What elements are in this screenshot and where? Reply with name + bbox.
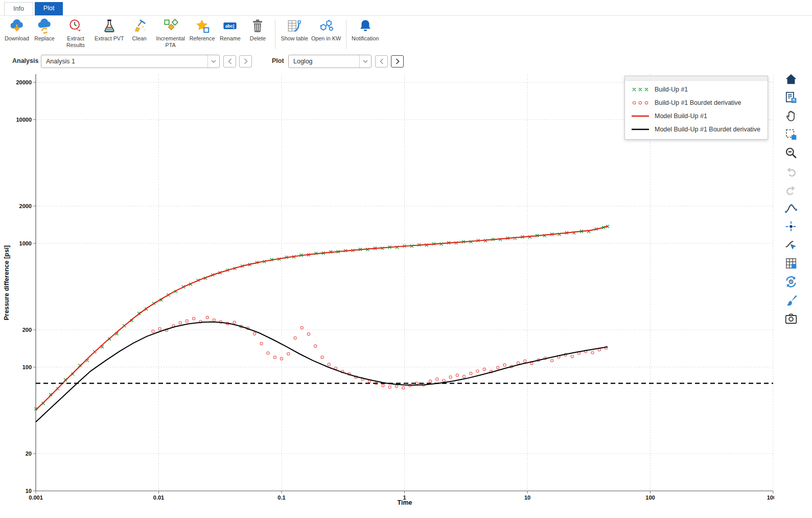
incremental-pta-button[interactable]: Incremental PTA (153, 18, 188, 49)
plot-next-button[interactable] (391, 55, 404, 67)
svg-text:10: 10 (524, 494, 530, 501)
extract-results-icon (60, 18, 91, 35)
rename-abc-icon: abc| (218, 18, 242, 35)
toolbar-button-label: Delete (245, 35, 270, 42)
notification-button[interactable]: Notification (350, 18, 380, 42)
crosshair-button[interactable] (783, 220, 799, 235)
snapshot-button[interactable] (783, 312, 799, 327)
pan-button[interactable] (783, 109, 799, 125)
analysis-prev-button[interactable] (223, 55, 236, 67)
svg-text:0.1: 0.1 (277, 494, 285, 501)
legend-item[interactable]: Build-Up #1 (625, 83, 768, 96)
chevron-left-icon (380, 58, 384, 64)
analysis-select-value: Analysis 1 (41, 58, 207, 65)
legend-label: Build-Up #1 Bourdet derivative (655, 99, 741, 106)
home-button[interactable] (783, 73, 799, 88)
tab-plot[interactable]: Plot (35, 2, 63, 15)
incremental-pta-icon (155, 18, 187, 35)
legend-items: Build-Up #1Build-Up #1 Bourdet derivativ… (625, 81, 768, 139)
toolbar-button-label: Extract Results (60, 35, 91, 49)
paint-icon (784, 294, 798, 309)
toolbar-button-label: Open in KW (311, 35, 341, 42)
plot-select[interactable]: Loglog (288, 55, 372, 68)
svg-text:1000: 1000 (19, 240, 32, 246)
snapshot-icon (784, 312, 798, 327)
clean-button[interactable]: Clean (126, 18, 153, 42)
table-curve-icon (281, 18, 308, 35)
legend[interactable]: Build-Up #1Build-Up #1 Bourdet derivativ… (624, 76, 768, 140)
legend-label: Build-Up #1 (655, 86, 688, 93)
download-button[interactable]: Download (3, 18, 31, 42)
toolbar-separator (275, 19, 275, 49)
zoom-region-button[interactable] (783, 128, 799, 143)
undo-button (783, 165, 799, 180)
toolbar-button-label: Clean (127, 35, 152, 42)
redo-button (783, 183, 799, 198)
legend-item[interactable]: Model Build-Up #1 (625, 109, 768, 123)
plot-label: Plot (272, 57, 284, 64)
chevron-right-icon (244, 58, 248, 64)
svg-text:2000: 2000 (19, 203, 32, 209)
svg-text:20000: 20000 (16, 79, 32, 85)
tab-info[interactable]: Info (4, 2, 33, 15)
plot-tool-rail (781, 73, 801, 330)
trash-icon (245, 18, 270, 35)
bell-icon (352, 18, 379, 35)
analysis-label: Analysis (12, 57, 38, 64)
report-layout-button[interactable] (783, 91, 799, 106)
crosshair-icon (784, 220, 798, 235)
broom-icon (127, 18, 152, 35)
toolbar-button-label: Replace (32, 35, 57, 42)
zoom-out-icon (784, 146, 798, 162)
legend-item[interactable]: Model Build-Up #1 Bourdet derivative (625, 123, 768, 136)
zoom-out-button[interactable] (783, 146, 799, 162)
toolbar-button-label: Extract PVT (95, 35, 124, 42)
delete-button[interactable]: Delete (244, 18, 271, 42)
pick-line-button[interactable] (783, 238, 799, 254)
plot-select-value: Loglog (289, 58, 359, 65)
replace-cloud-icon (32, 18, 57, 35)
undo-icon (784, 165, 798, 180)
extract-pvt-button[interactable]: Extract PVT (93, 18, 126, 42)
svg-text:Time: Time (398, 499, 412, 506)
legend-marker (632, 114, 650, 119)
svg-text:100: 100 (645, 494, 655, 501)
chevron-left-icon (228, 58, 232, 64)
rename-button[interactable]: abc|Rename (216, 18, 244, 42)
sync-time-button[interactable] (783, 275, 799, 290)
toolbar-button-label: Show table (281, 35, 308, 42)
toolbar-button-label: Reference (190, 35, 215, 42)
toolbar-button-label: Incremental PTA (155, 35, 187, 49)
grid-button[interactable] (783, 257, 799, 272)
show-table-button[interactable]: Show table (279, 18, 309, 42)
pan-hand-icon (784, 109, 798, 125)
legend-drag-handle[interactable] (625, 76, 768, 81)
reference-button[interactable]: Reference (188, 18, 217, 42)
download-cloud-icon (5, 18, 29, 35)
replace-button[interactable]: Replace (31, 18, 58, 42)
open-in-kw-button[interactable]: Open in KW (310, 18, 342, 42)
analysis-next-button[interactable] (239, 55, 252, 67)
chevron-down-icon[interactable] (359, 55, 371, 67)
pick-line-icon (784, 238, 798, 254)
analysis-select[interactable]: Analysis 1 (41, 55, 220, 68)
legend-marker (632, 100, 650, 105)
svg-text:0.001: 0.001 (29, 494, 43, 501)
toolbar-button-label: Download (5, 35, 29, 42)
plot-prev-button[interactable] (375, 55, 388, 67)
svg-text:Pressure difference [psi]: Pressure difference [psi] (3, 245, 10, 321)
toolbar-separator (346, 19, 346, 49)
fit-model-button[interactable] (783, 201, 799, 217)
legend-item[interactable]: Build-Up #1 Bourdet derivative (625, 96, 768, 109)
chart-area[interactable]: 0.0010.010.11101001000102010020010002000… (0, 71, 774, 518)
legend-label: Model Build-Up #1 Bourdet derivative (655, 126, 760, 133)
home-icon (784, 73, 798, 88)
chevron-down-icon[interactable] (207, 55, 219, 67)
legend-label: Model Build-Up #1 (655, 112, 707, 120)
paint-button[interactable] (783, 294, 799, 309)
fit-model-icon (784, 201, 798, 217)
svg-text:1000: 1000 (767, 494, 774, 501)
extract-results-button[interactable]: Extract Results (58, 18, 93, 49)
redo-icon (784, 183, 798, 198)
svg-text:0.01: 0.01 (153, 494, 164, 501)
